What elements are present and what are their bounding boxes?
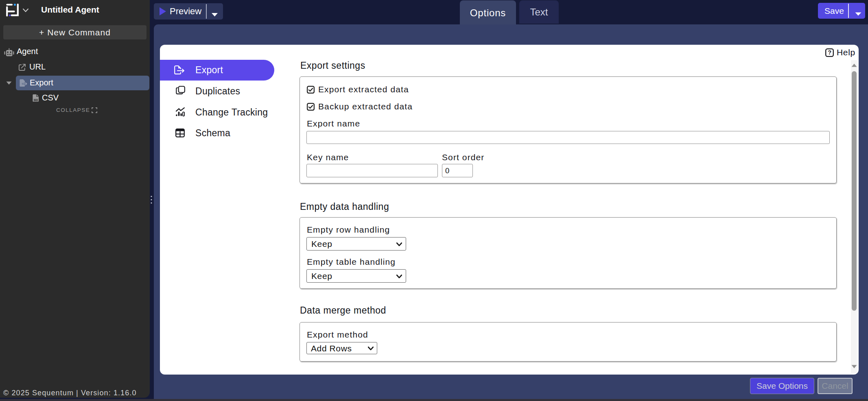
svg-text:?: ? bbox=[828, 49, 831, 56]
svg-text:CSV: CSV bbox=[34, 99, 38, 101]
